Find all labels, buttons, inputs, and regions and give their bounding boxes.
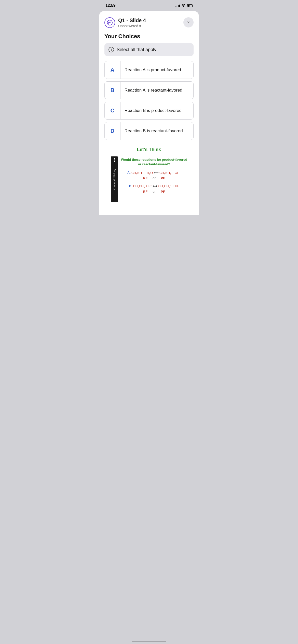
header-title: Q1 - Slide 4 <box>118 18 146 23</box>
slide-content: Would these reactions be product-favored… <box>121 156 187 198</box>
signal-icon <box>175 4 180 7</box>
header-text: Q1 - Slide 4 Unanswered <box>118 18 146 28</box>
choice-d-letter: D <box>111 128 115 134</box>
close-button[interactable]: × <box>183 17 194 27</box>
choice-b[interactable]: B Reaction A is reactant-favored <box>104 81 194 99</box>
choice-c-text-col: Reaction B is product-favored <box>120 102 193 119</box>
reaction-b-arrow: ⟺ <box>153 184 158 188</box>
chat-icon-container <box>104 17 115 28</box>
info-icon: i <box>109 47 114 52</box>
choice-d-letter-col: D <box>105 122 120 140</box>
choice-d[interactable]: D Reaction B is reactant-favored <box>104 122 194 140</box>
dot-2 <box>114 159 115 160</box>
status-icons <box>175 4 193 8</box>
your-choices-label: Your Choices <box>104 33 194 40</box>
choice-c-text: Reaction B is product-favored <box>125 108 182 113</box>
slide-sidebar: Chemical Thinking <box>111 156 118 202</box>
reaction-b-formula: CH3CH3 + F− <box>133 184 152 188</box>
reaction-a-label: A. <box>127 171 131 175</box>
battery-icon <box>187 4 193 7</box>
slide-image-container: Chemical Thinking Would these reactions … <box>111 156 187 202</box>
select-text: Select all that apply <box>117 47 156 52</box>
main-card: Q1 - Slide 4 Unanswered × Your Choices i… <box>99 11 199 215</box>
reaction-a-or: or <box>153 177 156 180</box>
reaction-b-label: B. <box>129 184 132 188</box>
choice-b-letter: B <box>111 87 115 94</box>
subtitle-text: Unanswered <box>118 24 138 28</box>
reaction-a-equation: A. CH3NH− + H2O ⟺ CH3NH2 + OH− <box>121 170 187 176</box>
choice-c-letter-col: C <box>105 102 120 119</box>
select-banner: i Select all that apply <box>104 43 194 56</box>
header-subtitle: Unanswered <box>118 24 146 28</box>
choice-d-text: Reaction B is reactant-favored <box>125 128 183 134</box>
reaction-b-rfpf: RF or PF <box>121 190 187 194</box>
reaction-a-formula: CH3NH− + H2O <box>131 171 153 175</box>
slide-question: Would these reactions be product-favored… <box>121 157 187 167</box>
status-dot <box>139 25 141 27</box>
slide-sidebar-text: Chemical Thinking <box>113 169 116 190</box>
slide-sidebar-dots <box>114 158 115 162</box>
choice-b-letter-col: B <box>105 82 120 99</box>
dot-1 <box>114 158 115 159</box>
header: Q1 - Slide 4 Unanswered × <box>104 17 194 28</box>
header-left: Q1 - Slide 4 Unanswered <box>104 17 146 28</box>
reaction-a-rfpf: RF or PF <box>121 177 187 180</box>
dot-3 <box>114 161 115 162</box>
choice-c-letter: C <box>111 107 115 114</box>
reaction-a-block: A. CH3NH− + H2O ⟺ CH3NH2 + OH− RF or PF <box>121 170 187 180</box>
chat-icon <box>107 20 113 26</box>
reaction-b-block: B. CH3CH3 + F− ⟺ CH3CH2− + HF RF or PF <box>121 184 187 194</box>
choice-b-text: Reaction A is reactant-favored <box>125 87 182 93</box>
wifi-icon <box>181 4 185 8</box>
status-bar: 12:59 <box>99 0 199 11</box>
lets-think-section: Let's Think Chemical Thinking Would thes… <box>104 147 194 202</box>
reaction-a-products: CH3NH2 + OH− <box>159 171 181 175</box>
choice-a-text: Reaction A is product-favored <box>125 67 181 73</box>
reaction-b-products: CH3CH2− + HF <box>158 184 179 188</box>
choice-a-letter-col: A <box>105 61 120 79</box>
choice-b-text-col: Reaction A is reactant-favored <box>120 82 193 99</box>
choice-a[interactable]: A Reaction A is product-favored <box>104 61 194 79</box>
reaction-b-equation: B. CH3CH3 + F− ⟺ CH3CH2− + HF <box>121 184 187 189</box>
choice-d-text-col: Reaction B is reactant-favored <box>120 122 193 140</box>
choice-a-text-col: Reaction A is product-favored <box>120 61 193 79</box>
choice-a-letter: A <box>111 67 115 73</box>
choices-list: A Reaction A is product-favored B Reacti… <box>104 61 194 140</box>
status-time: 12:59 <box>105 3 115 8</box>
reaction-b-or: or <box>153 190 156 194</box>
reaction-a-arrow: ⟺ <box>154 171 159 175</box>
lets-think-title: Let's Think <box>137 147 161 152</box>
choice-c[interactable]: C Reaction B is product-favored <box>104 102 194 120</box>
